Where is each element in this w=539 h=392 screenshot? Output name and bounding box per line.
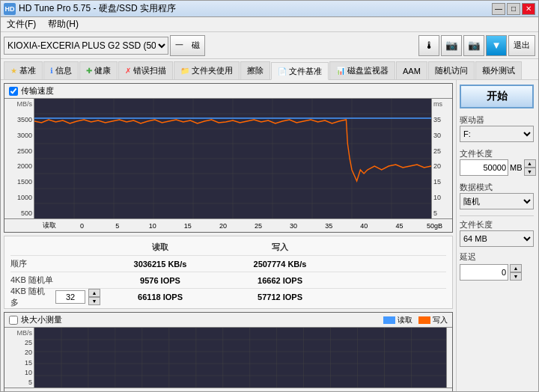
stats-4kb-single-label: 4KB 随机单 — [10, 275, 100, 286]
stats-header-row: 读取 写入 — [10, 239, 446, 256]
drive-dropdown[interactable]: F: — [460, 126, 534, 142]
chart2-container: MB/s 25 20 15 10 5 — [4, 328, 452, 388]
legend-area: 读取 写入 — [383, 315, 448, 325]
tab-info[interactable]: ℹ 信息 — [43, 61, 79, 79]
file-length-up-btn[interactable]: ▲ — [524, 159, 536, 168]
data-mode-label: 数据模式 — [460, 182, 534, 193]
delay-down-btn[interactable]: ▼ — [510, 272, 522, 281]
tab-extra-test[interactable]: 额外测试 — [475, 61, 522, 79]
tab-aam[interactable]: AAM — [396, 61, 427, 79]
temperature-icon[interactable]: 🌡 — [418, 35, 439, 56]
drive-section: 驱动器 F: — [460, 114, 534, 142]
chart1-container: MB/s 3500 3000 2500 2000 1500 1000 500 — [4, 99, 452, 218]
stats-sequential-read: 3036215 KB/s — [100, 260, 220, 269]
chart1-yaxis-right: ms 35 30 25 20 15 10 5 — [431, 99, 452, 218]
legend-write-color — [418, 316, 430, 324]
chart1-title: 传输速度 — [21, 85, 54, 97]
tab-file-benchmark[interactable]: 📄 文件基准 — [271, 62, 329, 80]
download-icon[interactable]: ▼ — [486, 35, 507, 56]
tabs-bar: ★ 基准 ℹ 信息 ✚ 健康 ✗ 错误扫描 📁 文件夹使用 擦除 📄 文件基准 … — [1, 59, 538, 80]
right-panel: 开始 驱动器 F: 文件长度 MB ▲ ▼ 数据模式 — [456, 80, 538, 391]
chart1-yaxis: MB/s 3500 3000 2500 2000 1500 1000 500 — [4, 99, 34, 218]
drive-label: 驱动器 — [460, 114, 534, 126]
queue-down-btn[interactable]: ▼ — [88, 297, 100, 305]
toolbar-btn-1[interactable]: 一 磁 — [170, 35, 205, 56]
close-button[interactable]: ✕ — [522, 3, 535, 15]
file-length2-dropdown[interactable]: 64 MB 128 MB 256 MB — [460, 230, 534, 247]
main-panel: 传输速度 MB/s 3500 3000 2500 2000 1500 1000 … — [1, 80, 456, 391]
stats-4kb-multi-read: 66118 IOPS — [100, 293, 220, 301]
bottom-right-section: 文件长度 64 MB 128 MB 256 MB 延迟 ▲ ▼ — [460, 215, 534, 281]
chart1-checkbox[interactable] — [9, 87, 18, 96]
delay-up-btn[interactable]: ▲ — [510, 264, 522, 272]
chart2-xaxis: 0.5 1 2 4 8 16 32 64 128 256 512 1024 20… — [4, 388, 452, 391]
stats-sequential-write: 2507774 KB/s — [220, 260, 340, 269]
stats-4kb-multi-write: 57712 IOPS — [220, 293, 340, 301]
menu-file[interactable]: 文件(F) — [4, 16, 39, 32]
stats-write-header: 写入 — [220, 242, 340, 253]
data-mode-dropdown[interactable]: 随机 顺序 — [460, 193, 534, 209]
file-length2-section: 文件长度 64 MB 128 MB 256 MB — [460, 219, 534, 247]
tab-health[interactable]: ✚ 健康 — [79, 61, 118, 79]
queue-up-btn[interactable]: ▲ — [88, 289, 100, 297]
file-length2-label: 文件长度 — [460, 219, 534, 230]
delay-input[interactable] — [460, 264, 508, 281]
file-length-down-btn[interactable]: ▼ — [524, 168, 536, 176]
maximize-button[interactable]: □ — [507, 3, 520, 15]
main-window: HD HD Tune Pro 5.75 - 硬盘/SSD 实用程序 — □ ✕ … — [0, 0, 539, 392]
tab-disk-monitor[interactable]: 📊 磁盘监视器 — [329, 61, 395, 79]
exit-button[interactable]: 退出 — [508, 35, 535, 56]
chart1-canvas — [34, 99, 431, 218]
content-area: 传输速度 MB/s 3500 3000 2500 2000 1500 1000 … — [1, 80, 538, 391]
photo-icon-1[interactable]: 📷 — [441, 35, 462, 56]
tab-benchmark[interactable]: ★ 基准 — [4, 61, 43, 79]
legend-write: 写入 — [418, 315, 448, 325]
stats-read-header: 读取 — [100, 242, 220, 253]
file-length-input[interactable] — [460, 159, 508, 176]
chart2-header: 块大小测量 读取 写入 — [4, 313, 452, 328]
title-bar: HD HD Tune Pro 5.75 - 硬盘/SSD 实用程序 — □ ✕ — [1, 1, 538, 17]
chart1-xaxis: 读取 0 5 10 15 20 25 30 35 40 45 50gB — [4, 218, 452, 232]
file-length-label: 文件长度 — [460, 148, 534, 159]
data-mode-section: 数据模式 随机 顺序 — [460, 182, 534, 209]
block-size-chart: 块大小测量 读取 写入 MB/s — [4, 312, 453, 391]
chart2-yaxis: MB/s 25 20 15 10 5 — [4, 328, 34, 388]
toolbar: KIOXIA-EXCERIA PLUS G2 SSD (500 gB) 一 磁 … — [1, 32, 538, 59]
app-icon: HD — [4, 3, 16, 15]
menu-help[interactable]: 帮助(H) — [45, 16, 82, 32]
delay-section: 延迟 ▲ ▼ — [460, 251, 534, 281]
stats-4kb-single-write: 16662 IOPS — [220, 276, 340, 285]
chart2-title: 块大小测量 — [21, 314, 62, 325]
tab-random-access[interactable]: 随机访问 — [428, 61, 475, 79]
photo-icon-2[interactable]: 📷 — [463, 35, 484, 56]
stats-sequential-label: 顺序 — [10, 258, 100, 269]
stats-4kb-multi-row: 4KB 随机多 ▲ ▼ 66118 IOPS 57712 IOPS — [10, 289, 446, 305]
chart2-checkbox[interactable] — [9, 316, 18, 325]
chart2-svg — [34, 328, 446, 388]
chart2-yaxis-right — [446, 328, 452, 388]
tab-folder-usage[interactable]: 📁 文件夹使用 — [174, 61, 240, 79]
drive-selector[interactable]: KIOXIA-EXCERIA PLUS G2 SSD (500 gB) — [4, 37, 168, 55]
chart1-svg — [34, 99, 431, 218]
tab-error-scan[interactable]: ✗ 错误扫描 — [118, 61, 173, 79]
stats-4kb-multi-label: 4KB 随机多 ▲ ▼ — [10, 286, 100, 308]
stats-sequential-row: 顺序 3036215 KB/s 2507774 KB/s — [10, 256, 446, 272]
start-button[interactable]: 开始 — [460, 85, 534, 108]
stats-section: 读取 写入 顺序 3036215 KB/s 2507774 KB/s 4KB 随… — [4, 236, 453, 309]
chart2-canvas — [34, 328, 446, 388]
transfer-speed-chart: 传输速度 MB/s 3500 3000 2500 2000 1500 1000 … — [4, 83, 453, 233]
delay-label: 延迟 — [460, 251, 534, 263]
legend-read-color — [383, 316, 395, 324]
minimize-button[interactable]: — — [492, 3, 505, 15]
chart1-header: 传输速度 — [4, 84, 452, 99]
stats-4kb-single-read: 9576 IOPS — [100, 276, 220, 285]
tab-erase[interactable]: 擦除 — [240, 61, 270, 79]
file-length-section: 文件长度 MB ▲ ▼ — [460, 148, 534, 176]
queue-depth-input[interactable] — [55, 290, 85, 304]
file-length-unit: MB — [510, 163, 523, 172]
menu-bar: 文件(F) 帮助(H) — [1, 17, 538, 32]
legend-read: 读取 — [383, 315, 412, 325]
window-title: HD Tune Pro 5.75 - 硬盘/SSD 实用程序 — [19, 2, 176, 15]
